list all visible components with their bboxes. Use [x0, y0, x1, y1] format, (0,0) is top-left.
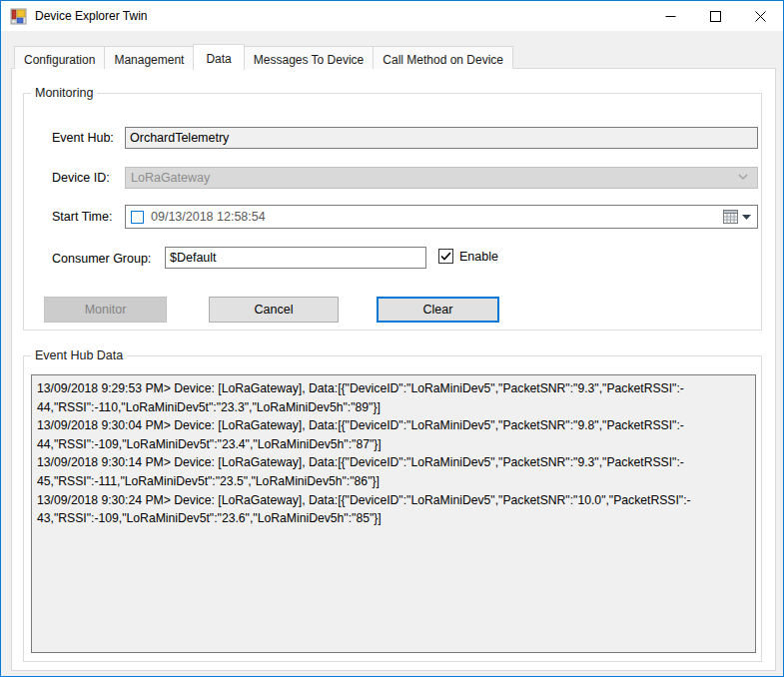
monitoring-legend: Monitoring	[31, 85, 97, 101]
caption-buttons	[648, 1, 783, 31]
tab-configuration[interactable]: Configuration	[14, 46, 105, 69]
event-hub-data-legend: Event Hub Data	[31, 347, 127, 363]
tab-strip: Configuration Management Data Messages T…	[14, 46, 512, 69]
monitor-button[interactable]: Monitor	[44, 297, 167, 323]
device-id-dropdown[interactable]: LoRaGateway	[125, 167, 758, 189]
chevron-down-icon	[738, 174, 748, 180]
close-button-icon[interactable]	[738, 1, 783, 31]
tab-messages-to-device[interactable]: Messages To Device	[244, 46, 375, 69]
event-hub-data-groupbox: Event Hub Data 13/09/2018 9:29:53 PM> De…	[23, 355, 762, 662]
log-line: 13/09/2018 9:30:04 PM> Device: [LoRaGate…	[37, 416, 750, 435]
enable-checkbox-row[interactable]: Enable	[438, 249, 498, 264]
tab-data[interactable]: Data	[193, 44, 244, 70]
log-line: 13/09/2018 9:30:24 PM> Device: [LoRaGate…	[37, 491, 750, 510]
titlebar: Device Explorer Twin	[1, 1, 783, 31]
event-hub-label: Event Hub:	[52, 131, 114, 145]
start-time-picker[interactable]: 09/13/2018 12:58:54	[125, 205, 758, 229]
start-time-checkbox[interactable]	[131, 211, 144, 224]
log-line: 44,"RSSI":-109,"LoRaMiniDev5t":"23.4","L…	[37, 435, 750, 454]
log-line: 43,"RSSI":-109,"LoRaMiniDev5t":"23.6","L…	[37, 509, 750, 528]
log-line: 13/09/2018 9:30:14 PM> Device: [LoRaGate…	[37, 453, 750, 472]
monitoring-groupbox: Monitoring Event Hub: Device ID: LoRaGat…	[23, 93, 762, 331]
start-time-value: 09/13/2018 12:58:54	[151, 210, 266, 224]
clear-button[interactable]: Clear	[377, 297, 499, 323]
winforms-app-icon	[10, 8, 27, 25]
log-line: 13/09/2018 9:29:53 PM> Device: [LoRaGate…	[37, 379, 750, 398]
start-time-label: Start Time:	[52, 210, 112, 224]
checkmark-icon	[440, 252, 451, 261]
event-hub-input[interactable]	[125, 127, 758, 149]
minimize-button-icon[interactable]	[648, 1, 693, 31]
cancel-button[interactable]: Cancel	[209, 297, 339, 323]
device-id-label: Device ID:	[52, 171, 110, 185]
maximize-button-icon[interactable]	[693, 1, 738, 31]
log-line: 45,"RSSI":-111,"LoRaMiniDev5t":"23.5","L…	[37, 472, 750, 491]
tab-page-data: Monitoring Event Hub: Device ID: LoRaGat…	[11, 68, 776, 671]
date-picker-dropdown-button[interactable]	[723, 210, 751, 224]
device-explorer-window: Device Explorer Twin Configuration Manag…	[0, 0, 784, 677]
consumer-group-input[interactable]	[165, 247, 426, 269]
device-id-value: LoRaGateway	[131, 171, 210, 185]
consumer-group-label: Consumer Group:	[52, 252, 151, 266]
calendar-icon	[723, 210, 738, 224]
tab-management[interactable]: Management	[104, 46, 194, 69]
log-line: 44,"RSSI":-110,"LoRaMiniDev5t":"23.3","L…	[37, 398, 750, 417]
window-title: Device Explorer Twin	[35, 9, 148, 23]
event-hub-data-textbox[interactable]: 13/09/2018 9:29:53 PM> Device: [LoRaGate…	[31, 374, 756, 653]
enable-checkbox[interactable]	[438, 249, 453, 264]
tab-call-method-on-device[interactable]: Call Method on Device	[373, 46, 513, 69]
enable-checkbox-label: Enable	[459, 250, 498, 264]
dropdown-arrow-icon	[742, 215, 751, 220]
